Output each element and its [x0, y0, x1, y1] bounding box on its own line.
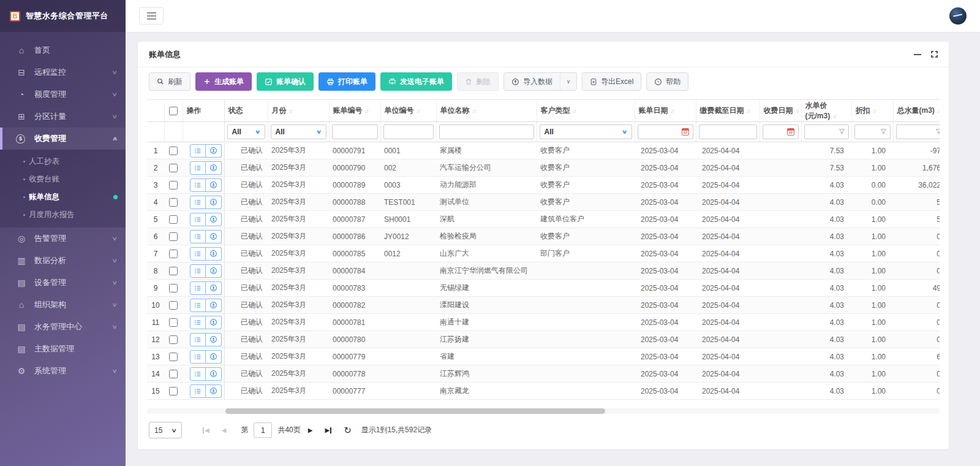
row-detail-button[interactable] — [190, 161, 206, 175]
row-print-button[interactable] — [206, 196, 222, 209]
row-print-button[interactable] — [206, 333, 222, 346]
page-number-input[interactable] — [254, 422, 272, 438]
sort-icon[interactable]: ↓↑ — [937, 108, 940, 114]
row-detail-button[interactable] — [190, 384, 206, 398]
horizontal-scrollbar-thumb[interactable] — [225, 408, 605, 414]
sidebar-item-数据分析[interactable]: ▥数据分析∨ — [0, 250, 126, 272]
sort-icon[interactable]: ↓↑ — [289, 108, 292, 114]
funnel-icon[interactable] — [935, 128, 940, 135]
sort-icon[interactable]: ↓↑ — [796, 108, 799, 114]
sidebar-subitem-月度用水报告[interactable]: 月度用水报告 — [0, 206, 126, 224]
calendar-icon[interactable] — [682, 128, 689, 136]
filter-input-due_date[interactable] — [699, 124, 757, 139]
row-print-button[interactable] — [206, 230, 222, 243]
row-checkbox[interactable] — [169, 335, 178, 344]
sort-icon[interactable]: ↓↑ — [573, 108, 576, 114]
row-print-button[interactable] — [206, 264, 222, 278]
row-checkbox[interactable] — [169, 318, 178, 327]
row-detail-button[interactable] — [190, 196, 206, 209]
page-size-select[interactable]: 15 ∨ — [149, 422, 182, 438]
row-print-button[interactable] — [206, 316, 222, 329]
user-avatar[interactable] — [949, 7, 967, 25]
col-header-unit_no[interactable]: 单位编号↓↑ — [380, 100, 436, 122]
sidebar-toggle-button[interactable] — [139, 7, 164, 25]
col-header-due_date[interactable]: 缴费截至日期↓↑ — [696, 100, 760, 122]
row-detail-button[interactable] — [190, 144, 206, 158]
col-header-price[interactable]: 水单价(元/m3)↓↑ — [801, 100, 851, 122]
horizontal-scrollbar-track[interactable] — [147, 408, 940, 414]
generate-bill-button[interactable]: 生成账单 — [195, 72, 252, 91]
row-detail-button[interactable] — [190, 230, 206, 243]
sidebar-subitem-账单信息[interactable]: 账单信息 — [0, 188, 126, 206]
sidebar-item-水务管理中心[interactable]: ▤水务管理中心∨ — [0, 316, 126, 338]
row-checkbox[interactable] — [169, 284, 178, 292]
sort-icon[interactable]: ↓↑ — [417, 108, 420, 114]
last-page-button[interactable]: ▶ — [325, 427, 331, 434]
row-detail-button[interactable] — [190, 213, 206, 226]
sidebar-item-收费管理[interactable]: $收费管理∧ — [0, 128, 126, 150]
row-checkbox[interactable] — [169, 147, 178, 155]
sort-icon[interactable]: ↓↑ — [472, 108, 475, 114]
row-checkbox[interactable] — [169, 301, 178, 310]
col-header-total_water[interactable]: 总水量(m3)↓↑ — [893, 100, 940, 122]
sort-icon[interactable]: ↓↑ — [671, 108, 674, 114]
help-button[interactable]: ? 帮助 — [646, 72, 688, 91]
filter-input-total_water[interactable] — [896, 124, 940, 139]
import-data-button[interactable]: 导入数据 — [503, 72, 560, 91]
filter-input-unit_no[interactable] — [383, 124, 434, 139]
sort-icon[interactable]: ↓↑ — [873, 108, 876, 114]
sidebar-item-主数据管理[interactable]: ▤主数据管理 — [0, 338, 126, 360]
row-detail-button[interactable] — [190, 316, 206, 329]
import-dropdown-button[interactable]: ∨ — [560, 72, 577, 91]
sort-icon[interactable]: ↓↑ — [747, 108, 750, 114]
row-print-button[interactable] — [206, 213, 222, 226]
row-checkbox[interactable] — [169, 181, 178, 189]
col-header-charge_date[interactable]: 收费日期↓↑ — [760, 100, 801, 122]
filter-select-customer_type[interactable]: All∨ — [540, 124, 632, 139]
row-detail-button[interactable] — [190, 247, 206, 261]
row-print-button[interactable] — [206, 144, 222, 158]
col-header-discount[interactable]: 折扣↓↑ — [851, 100, 893, 122]
filter-select-status[interactable]: All∨ — [227, 124, 265, 139]
col-header-unit_name[interactable]: 单位名称↓↑ — [436, 100, 537, 122]
filter-select-month[interactable]: All∨ — [271, 124, 326, 139]
confirm-bill-button[interactable]: 账单确认 — [257, 72, 314, 91]
row-print-button[interactable] — [206, 384, 222, 398]
row-detail-button[interactable] — [190, 264, 206, 278]
row-checkbox[interactable] — [169, 387, 178, 395]
row-checkbox[interactable] — [169, 267, 178, 275]
print-bill-button[interactable]: 打印账单 — [318, 72, 375, 91]
sidebar-item-告警管理[interactable]: ◎告警管理∨ — [0, 227, 126, 250]
row-checkbox[interactable] — [169, 370, 178, 378]
calendar-icon[interactable] — [787, 128, 794, 136]
row-print-button[interactable] — [206, 299, 222, 312]
select-all-checkbox[interactable] — [169, 107, 178, 115]
sort-icon[interactable]: ↓↑ — [832, 113, 835, 120]
row-checkbox[interactable] — [169, 353, 178, 361]
sidebar-subitem-收费台账[interactable]: 收费台账 — [0, 170, 126, 188]
funnel-icon[interactable] — [839, 128, 845, 135]
sidebar-item-分区计量[interactable]: ⊞分区计量∨ — [0, 105, 126, 128]
row-checkbox[interactable] — [169, 232, 178, 241]
row-checkbox[interactable] — [169, 198, 178, 207]
sort-icon[interactable]: ↓↑ — [365, 108, 368, 114]
sidebar-item-组织架构[interactable]: ⌂组织架构∨ — [0, 294, 126, 316]
fullscreen-panel-icon[interactable] — [931, 51, 938, 58]
row-detail-button[interactable] — [190, 281, 206, 295]
row-checkbox[interactable] — [169, 164, 178, 172]
row-print-button[interactable] — [206, 350, 222, 364]
filter-input-bill_no[interactable] — [332, 124, 378, 139]
sidebar-item-首页[interactable]: ⌂首页 — [0, 39, 126, 61]
sidebar-item-远程监控[interactable]: ⊟远程监控∨ — [0, 61, 126, 83]
refresh-list-icon[interactable]: ↻ — [344, 426, 352, 435]
sidebar-item-系统管理[interactable]: ⚙系统管理∨ — [0, 360, 126, 382]
collapse-panel-icon[interactable] — [914, 54, 921, 55]
prev-page-button[interactable]: ◀ — [222, 427, 227, 434]
first-page-button[interactable]: ◀ — [203, 427, 209, 434]
row-detail-button[interactable] — [190, 350, 206, 364]
col-header-bill_date[interactable]: 账单日期↓↑ — [635, 100, 696, 122]
export-excel-button[interactable]: 导出Excel — [582, 72, 641, 91]
send-ebill-button[interactable]: 发送电子账单 — [380, 72, 452, 91]
row-checkbox[interactable] — [169, 215, 178, 224]
row-print-button[interactable] — [206, 161, 222, 175]
